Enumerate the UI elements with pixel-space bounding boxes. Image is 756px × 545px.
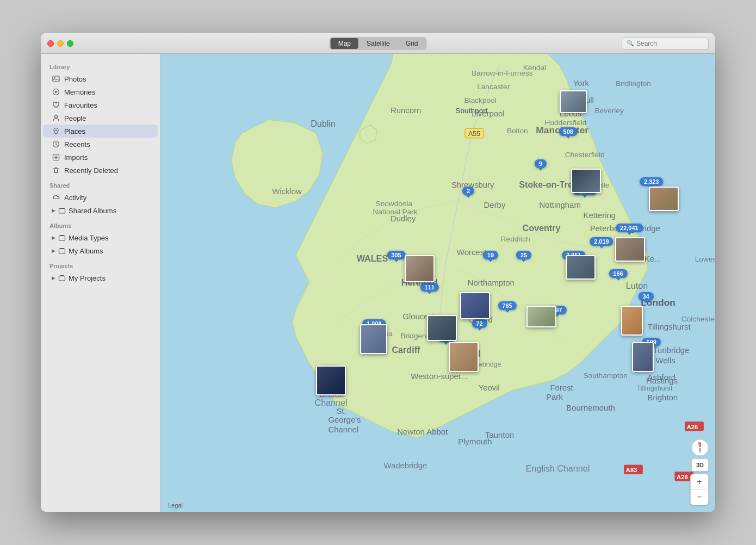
svg-rect-10 xyxy=(59,249,65,254)
cluster-c14[interactable]: 765 xyxy=(498,301,516,313)
media-types-icon xyxy=(58,233,66,242)
sidebar-item-activity[interactable]: Activity xyxy=(43,191,158,204)
sidebar-item-my-projects[interactable]: ▶ My Projects xyxy=(43,271,158,284)
photo-pin[interactable] xyxy=(316,366,346,395)
svg-text:Kettering: Kettering xyxy=(583,210,616,220)
sidebar-item-recently-deleted[interactable]: Recently Deleted xyxy=(43,164,158,177)
svg-rect-11 xyxy=(59,276,65,281)
sidebar-item-imports[interactable]: Imports xyxy=(43,151,158,164)
cluster-c10[interactable]: 19 xyxy=(483,251,498,262)
cluster-c1[interactable]: 508 xyxy=(559,127,578,139)
svg-rect-0 xyxy=(53,76,59,82)
svg-text:Kendal: Kendal xyxy=(523,64,547,72)
photo-pin[interactable] xyxy=(621,306,643,336)
search-input[interactable] xyxy=(636,40,704,47)
sidebar-item-favourites[interactable]: Favourites xyxy=(43,98,158,112)
photo-pin[interactable] xyxy=(526,306,556,327)
photo-pin[interactable] xyxy=(566,255,596,280)
svg-point-1 xyxy=(54,77,55,78)
svg-text:Derby: Derby xyxy=(484,200,506,209)
svg-text:Beverley: Beverley xyxy=(595,107,624,115)
svg-point-4 xyxy=(55,115,58,118)
photo-pin[interactable] xyxy=(560,90,587,113)
svg-text:National Park: National Park xyxy=(373,208,418,216)
zoom-in-button[interactable]: + xyxy=(691,474,708,490)
traffic-lights xyxy=(47,40,73,47)
svg-rect-8 xyxy=(59,209,65,214)
cluster-c13[interactable]: 111 xyxy=(420,283,439,294)
svg-text:Dublin: Dublin xyxy=(311,119,336,128)
svg-text:Southport: Southport xyxy=(455,107,487,115)
cluster-c3[interactable]: 2 xyxy=(462,187,474,198)
person-icon xyxy=(52,114,60,122)
3d-button[interactable]: 3D xyxy=(691,459,709,472)
triangle-icon-mt: ▶ xyxy=(52,235,55,240)
svg-text:Taunton: Taunton xyxy=(485,430,514,439)
sidebar-item-recents-label: Recents xyxy=(64,140,90,148)
photo-pin[interactable] xyxy=(615,237,645,262)
projects-section-label: Projects xyxy=(41,257,160,271)
sidebar-item-places[interactable]: Places xyxy=(43,125,158,138)
photo-pin[interactable] xyxy=(632,342,654,372)
svg-text:Lancaster: Lancaster xyxy=(477,83,510,91)
svg-text:Channel: Channel xyxy=(315,398,348,407)
cluster-c11[interactable]: 25 xyxy=(516,251,531,262)
cluster-c16[interactable]: 34 xyxy=(638,292,653,304)
photo-pin[interactable] xyxy=(571,169,601,193)
cluster-c2[interactable]: 9 xyxy=(535,159,547,171)
svg-text:George's: George's xyxy=(328,415,361,424)
svg-text:Wells: Wells xyxy=(656,356,676,365)
svg-text:A55: A55 xyxy=(468,130,480,138)
tab-satellite[interactable]: Satellite xyxy=(359,38,398,49)
cluster-c6[interactable]: 22,041 xyxy=(616,224,643,235)
sidebar-item-photos[interactable]: Photos xyxy=(43,72,158,85)
photo-pin[interactable] xyxy=(649,187,679,211)
main-content: Library Photos M xyxy=(41,54,715,512)
sidebar-item-my-albums[interactable]: ▶ My Albums xyxy=(43,244,158,257)
sidebar-item-shared-albums[interactable]: ▶ Shared Albums xyxy=(43,204,158,217)
titlebar: Map Satellite Grid 🔍 xyxy=(41,33,715,54)
svg-text:Huddersfield: Huddersfield xyxy=(545,119,587,127)
svg-point-5 xyxy=(55,129,57,131)
cluster-c7[interactable]: 2,019 xyxy=(590,237,614,249)
sidebar-item-people[interactable]: People xyxy=(43,112,158,125)
photo-pin[interactable] xyxy=(405,255,435,282)
svg-text:Snowdonia: Snowdonia xyxy=(376,200,413,208)
photo-pin[interactable] xyxy=(460,292,490,319)
sidebar-item-places-label: Places xyxy=(64,127,85,135)
svg-text:Northampton: Northampton xyxy=(468,278,515,287)
svg-text:English Channel: English Channel xyxy=(526,463,590,473)
sidebar-item-photos-label: Photos xyxy=(64,75,86,83)
svg-text:Bournemouth: Bournemouth xyxy=(566,403,615,412)
cluster-c12[interactable]: 166 xyxy=(609,269,627,281)
shared-section-label: Shared xyxy=(41,177,160,191)
svg-text:A26: A26 xyxy=(687,424,698,430)
photo-pin[interactable] xyxy=(427,315,457,341)
svg-text:Colchester: Colchester xyxy=(681,315,715,323)
svg-text:Nottingham: Nottingham xyxy=(540,200,581,209)
sidebar-item-memories[interactable]: Memories xyxy=(43,85,158,98)
legal-link[interactable]: Legal xyxy=(168,502,183,509)
memories-icon xyxy=(52,88,60,96)
sidebar-item-media-types-label: Media Types xyxy=(69,234,108,242)
sidebar-item-activity-label: Activity xyxy=(64,194,86,202)
cluster-c9[interactable]: 305 xyxy=(387,251,405,262)
map-area[interactable]: A55 ISLE OF MAN UNITED KINGDOM Mancheste… xyxy=(160,54,715,512)
sidebar-item-media-types[interactable]: ▶ Media Types xyxy=(43,231,158,244)
sidebar-item-recents[interactable]: Recents xyxy=(43,138,158,151)
my-projects-icon xyxy=(58,274,66,282)
sidebar: Library Photos M xyxy=(41,54,160,512)
photo-pin[interactable] xyxy=(360,324,387,354)
zoom-out-button[interactable]: − xyxy=(691,490,708,505)
tab-grid[interactable]: Grid xyxy=(398,38,426,49)
cluster-c17[interactable]: 72 xyxy=(472,319,487,331)
minimize-button[interactable] xyxy=(57,40,64,47)
search-bar[interactable]: 🔍 xyxy=(622,38,709,49)
tab-map[interactable]: Map xyxy=(331,38,358,49)
svg-text:Southampton: Southampton xyxy=(583,371,627,380)
close-button[interactable] xyxy=(47,40,54,47)
maximize-button[interactable] xyxy=(67,40,73,47)
view-tabs: Map Satellite Grid xyxy=(330,37,427,50)
photo-pin[interactable] xyxy=(449,342,479,372)
svg-text:Coventry: Coventry xyxy=(522,223,560,233)
